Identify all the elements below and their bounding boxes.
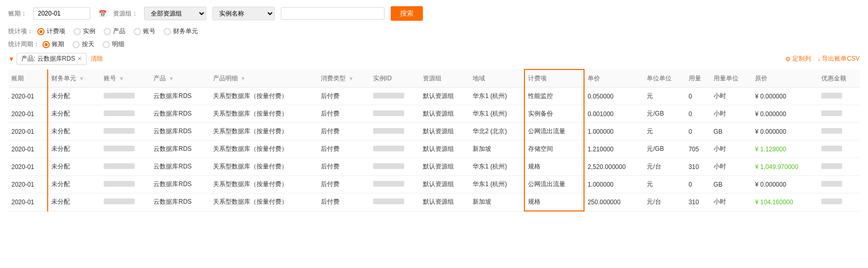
- col-account: 账号 ▼: [101, 69, 150, 88]
- cell-instance-id: [370, 158, 420, 176]
- radio-finance-unit-circle: [164, 28, 171, 35]
- cell-product-detail: 关系型数据库（按量付费）: [210, 123, 318, 140]
- cell-unit-price: 250.000000: [584, 193, 644, 211]
- stat-period-label: 统计周期：: [8, 40, 39, 49]
- cell-consume-type: 后付费: [318, 193, 370, 211]
- export-csv-link[interactable]: ↓ 导出账单CSV: [817, 54, 860, 63]
- cell-original-price: ¥ 0.000000: [752, 123, 818, 140]
- export-csv-label: 导出账单CSV: [822, 54, 860, 63]
- data-table: 账期 财务单元 ▼ 账号 ▼ 产品 ▼ 产品明细 ▼ 消费类型 ▼ 实例ID 资…: [8, 69, 860, 211]
- col-instance-id: 实例ID: [370, 69, 420, 88]
- instance-name-select[interactable]: 实例名称: [212, 7, 275, 20]
- cell-product-detail: 关系型数据库（按量付费）: [210, 193, 318, 211]
- search-button[interactable]: 搜索: [391, 6, 423, 21]
- cell-period: 2020-01: [8, 105, 48, 123]
- product-tag-label: 产品: 云数据库RDS: [21, 54, 75, 63]
- resource-group-label: 资源组：: [113, 9, 138, 18]
- cell-resource-group: 默认资源组: [420, 140, 469, 158]
- cell-region: 华北2 (北京): [469, 123, 524, 140]
- period-input[interactable]: [33, 7, 90, 20]
- account-filter-icon[interactable]: ▼: [119, 76, 124, 81]
- cell-region: 华东1 (杭州): [469, 105, 524, 123]
- col-discount: 优惠金额: [818, 69, 860, 88]
- cell-period: 2020-01: [8, 193, 48, 211]
- cell-original-price: ¥ 0.000000: [752, 88, 818, 105]
- cell-product-detail: 关系型数据库（按量付费）: [210, 158, 318, 176]
- cell-resource-group: 默认资源组: [420, 176, 469, 193]
- cell-finance: 未分配: [48, 123, 101, 140]
- col-resource-group: 资源组: [420, 69, 469, 88]
- cell-account: [101, 193, 150, 211]
- cell-usage-unit: 小时: [710, 88, 752, 105]
- table-header-row: 账期 财务单元 ▼ 账号 ▼ 产品 ▼ 产品明细 ▼ 消费类型 ▼ 实例ID 资…: [8, 69, 860, 88]
- cell-product-detail: 关系型数据库（按量付费）: [210, 140, 318, 158]
- cell-billing-item: 公网流出流量: [524, 123, 584, 140]
- radio-period-account[interactable]: 账期: [42, 40, 64, 49]
- cell-product: 云数据库RDS: [150, 105, 209, 123]
- radio-period-day-label: 按天: [82, 40, 94, 49]
- col-unit-price: 单价: [584, 69, 644, 88]
- radio-account-circle: [134, 28, 141, 35]
- radio-billing[interactable]: 计费项: [37, 27, 65, 36]
- search-input[interactable]: [281, 7, 385, 20]
- cell-usage: 310: [686, 193, 710, 211]
- cell-finance: 未分配: [48, 88, 101, 105]
- col-original-price: 原价: [752, 69, 818, 88]
- cell-account: [101, 88, 150, 105]
- radio-period-account-circle: [42, 41, 50, 48]
- col-unit-unit: 单位单位: [644, 69, 685, 88]
- consume-type-filter-icon[interactable]: ▼: [349, 76, 354, 81]
- cell-period: 2020-01: [8, 123, 48, 140]
- cell-account: [101, 158, 150, 176]
- table-row: 2020-01 未分配 云数据库RDS 关系型数据库（按量付费） 后付费 默认资…: [8, 105, 860, 123]
- cell-finance: 未分配: [48, 158, 101, 176]
- cell-discount: [818, 158, 860, 176]
- finance-filter-icon[interactable]: ▼: [79, 76, 84, 81]
- cell-region: 新加坡: [469, 140, 524, 158]
- cell-resource-group: 默认资源组: [420, 105, 469, 123]
- col-region: 地域: [469, 69, 524, 88]
- cell-region: 新加坡: [469, 193, 524, 211]
- clear-filter[interactable]: 清除: [91, 54, 103, 63]
- cell-discount: [818, 123, 860, 140]
- cell-period: 2020-01: [8, 140, 48, 158]
- product-tag-close[interactable]: ✕: [77, 55, 82, 62]
- cell-finance: 未分配: [48, 105, 101, 123]
- cell-region: 华东1 (杭州): [469, 158, 524, 176]
- resource-group-select[interactable]: 全部资源组: [144, 7, 206, 20]
- stat-items-group: 计费项 实例 产品 账号 财务单元: [37, 27, 198, 36]
- product-filter-icon[interactable]: ▼: [169, 76, 174, 81]
- radio-finance-unit[interactable]: 财务单元: [164, 27, 198, 36]
- radio-product-label: 产品: [113, 27, 125, 36]
- gear-icon: ⚙: [785, 55, 791, 63]
- cell-region: 华东1 (杭州): [469, 88, 524, 105]
- radio-instance[interactable]: 实例: [74, 27, 95, 36]
- radio-period-detail-circle: [103, 41, 110, 48]
- cell-usage-unit: GB: [710, 176, 752, 193]
- radio-product[interactable]: 产品: [104, 27, 125, 36]
- table-row: 2020-01 未分配 云数据库RDS 关系型数据库（按量付费） 后付费 默认资…: [8, 193, 860, 211]
- radio-period-day[interactable]: 按天: [73, 40, 94, 49]
- table-row: 2020-01 未分配 云数据库RDS 关系型数据库（按量付费） 后付费 默认资…: [8, 88, 860, 105]
- radio-billing-circle: [37, 28, 45, 35]
- cell-billing-item: 公网流出流量: [524, 176, 584, 193]
- cell-original-price: ¥ 0.000000: [752, 176, 818, 193]
- cell-instance-id: [370, 105, 420, 123]
- customize-columns-link[interactable]: ⚙ 定制列: [785, 54, 811, 63]
- cell-usage-unit: GB: [710, 123, 752, 140]
- radio-period-day-circle: [73, 41, 80, 48]
- cell-billing-item: 实例备份: [524, 105, 584, 123]
- cell-instance-id: [370, 193, 420, 211]
- table-row: 2020-01 未分配 云数据库RDS 关系型数据库（按量付费） 后付费 默认资…: [8, 140, 860, 158]
- table-row: 2020-01 未分配 云数据库RDS 关系型数据库（按量付费） 后付费 默认资…: [8, 123, 860, 140]
- radio-period-account-label: 账期: [52, 40, 64, 49]
- cell-instance-id: [370, 140, 420, 158]
- cell-billing-item: 规格: [524, 193, 584, 211]
- radio-account[interactable]: 账号: [134, 27, 155, 36]
- cell-resource-group: 默认资源组: [420, 88, 469, 105]
- cell-resource-group: 默认资源组: [420, 123, 469, 140]
- radio-period-detail[interactable]: 明细: [103, 40, 124, 49]
- cell-unit: 元/GB: [644, 105, 685, 123]
- cell-original-price: ¥ 1.128000: [752, 140, 818, 158]
- product-detail-filter-icon[interactable]: ▼: [240, 76, 246, 81]
